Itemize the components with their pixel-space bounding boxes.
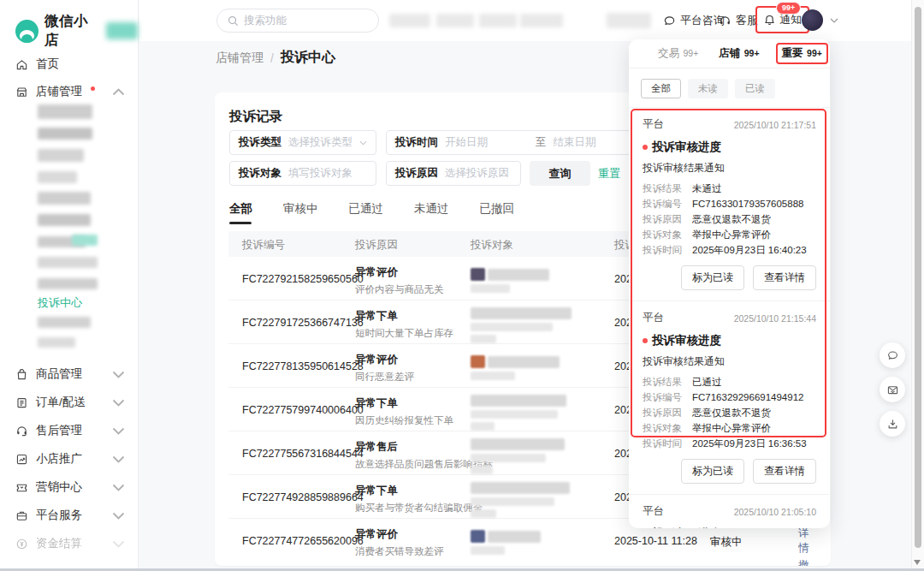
floating-chat-button[interactable] <box>880 342 905 368</box>
mark-read-button[interactable]: 标为已读 <box>681 459 744 484</box>
notif-tab-shop[interactable]: 店铺 99+ <box>719 46 759 61</box>
sidebar-subitem-redacted[interactable] <box>38 128 92 140</box>
customer-service-button[interactable]: 客服 <box>719 0 758 41</box>
sidebar-subitem-redacted[interactable] <box>38 104 92 119</box>
sidebar-item-orders-delivery[interactable]: 订单/配送 <box>0 391 139 413</box>
topnav-item-redacted[interactable] <box>436 14 474 27</box>
home-icon <box>15 58 28 71</box>
sidebar-item-marketing-center[interactable]: 营销中心 <box>0 476 139 498</box>
col-complaint-target: 投诉对象 <box>471 238 513 253</box>
reason-detail: 同行恶意差评 <box>355 371 414 384</box>
sidebar-item-label: 平台服务 <box>36 508 82 523</box>
notif-subtitle: 投诉审核结果通知 <box>643 161 816 175</box>
tab-approved[interactable]: 已通过 <box>349 201 384 224</box>
sidebar-item-complaint-center[interactable]: 投诉中心 <box>38 295 82 311</box>
reason: 异常评价 <box>355 265 444 280</box>
chevron-down-icon <box>112 368 125 381</box>
notification-panel: 交易 99+ 店铺 99+ 重要 99+ ⋯ 全部 未读 已读 平台2025/1… <box>629 39 830 528</box>
sidebar-item-label: 订单/配送 <box>36 395 86 410</box>
sidebar-item-label: 商品管理 <box>36 366 82 382</box>
sidebar-subitem-redacted[interactable] <box>38 192 91 205</box>
chevron-down-icon <box>112 425 125 437</box>
notif-tab-trade[interactable]: 交易 99+ <box>658 46 698 61</box>
notif-source: 平台 <box>643 311 664 325</box>
sidebar-subitem-redacted[interactable] <box>38 214 91 226</box>
bag-icon <box>15 368 28 381</box>
sidebar-item-aftersales[interactable]: 售后管理 <box>0 419 139 442</box>
chevron-down-icon <box>359 140 367 146</box>
chevron-down-icon <box>112 481 125 494</box>
avatar[interactable] <box>802 9 823 31</box>
sidebar-subitem-redacted[interactable] <box>38 337 75 348</box>
filter-placeholder: 选择投诉类型 <box>288 135 352 150</box>
complaint-time-range-picker[interactable]: 投诉时间 开始日期 至 结束日期 <box>386 130 653 155</box>
start-date-placeholder: 开始日期 <box>445 135 488 150</box>
tab-in-review[interactable]: 审核中 <box>283 201 318 224</box>
sidebar-subitem-redacted[interactable] <box>38 278 98 289</box>
notif-tab-important[interactable]: 重要 99+ <box>776 43 828 64</box>
sidebar-subitem-redacted[interactable] <box>38 257 98 268</box>
sidebar-item-label: 店铺管理 <box>36 84 82 99</box>
mark-read-button[interactable]: 标为已读 <box>681 265 744 290</box>
tab-all[interactable]: 全部 <box>229 201 252 224</box>
card-title: 投诉记录 <box>229 108 282 126</box>
topnav-item-redacted[interactable] <box>389 14 430 27</box>
sidebar-subitem-redacted[interactable] <box>38 171 77 183</box>
page-scrollbar[interactable] <box>911 0 924 571</box>
sidebar-item-shop-management[interactable]: 店铺管理 <box>0 80 139 103</box>
sidebar-item-platform-services[interactable]: 平台服务 <box>0 504 139 526</box>
sidebar-item-funds-settlement[interactable]: 资金结算 <box>0 532 139 555</box>
sidebar-subitem-redacted[interactable] <box>38 317 91 328</box>
chevron-down-icon <box>112 396 125 409</box>
revoke-link[interactable]: 撤回 <box>798 558 817 566</box>
notification-card[interactable]: 平台2025/10/10 21:05:10 投诉审核进度 投诉审核结果通知 投诉… <box>629 494 830 528</box>
topnav-item-redacted[interactable] <box>479 14 517 27</box>
notif-fields: 投诉结果未通过 投诉编号FC716330179357605888 投诉原因恶意仅… <box>643 182 816 257</box>
tab-rejected[interactable]: 未通过 <box>414 201 449 224</box>
complaint-target-input[interactable]: 投诉对象 填写投诉对象 <box>229 161 376 186</box>
filter-label: 投诉时间 <box>395 135 438 150</box>
chip-all[interactable]: 全部 <box>641 79 681 98</box>
reason: 异常下单 <box>355 484 483 498</box>
coupon-icon <box>15 481 28 494</box>
chevron-down-icon[interactable] <box>830 18 838 23</box>
breadcrumb-parent[interactable]: 店铺管理 <box>216 51 264 66</box>
topnav-item-redacted[interactable] <box>607 13 651 28</box>
platform-consult-button[interactable]: 平台咨询 <box>663 0 725 41</box>
sidebar-item-store-promotion[interactable]: 小店推广 <box>0 448 139 470</box>
query-button[interactable]: 查询 <box>530 161 590 186</box>
sidebar-item-product-management[interactable]: 商品管理 <box>0 363 139 385</box>
scrollbar-thumb[interactable] <box>915 7 921 548</box>
sidebar: 微信小店 首页 店铺管理 投诉中心 商品管理 <box>0 0 139 571</box>
view-detail-button[interactable]: 查看详情 <box>753 459 816 484</box>
notification-card[interactable]: 平台2025/10/10 21:15:44 投诉审核进度 投诉审核结果通知 投诉… <box>629 300 830 494</box>
reason-detail: 因历史纠纷报复性下单 <box>355 414 453 427</box>
tab-withdrawn[interactable]: 已撤回 <box>480 201 515 224</box>
notif-subtitle: 投诉审核结果通知 <box>643 354 816 369</box>
status-tabs: 全部 审核中 已通过 未通过 已撤回 <box>229 201 514 224</box>
sidebar-item-label: 营销中心 <box>36 479 82 495</box>
complaint-type-select[interactable]: 投诉类型 选择投诉类型 <box>229 130 376 155</box>
view-detail-button[interactable]: 查看详情 <box>753 265 816 290</box>
breadcrumb: 店铺管理 / 投诉中心 <box>216 49 335 67</box>
sidebar-subitem-redacted[interactable] <box>38 149 84 162</box>
status-label: 审核中 <box>710 535 743 550</box>
search-input[interactable]: 搜索功能 <box>216 9 379 33</box>
chip-unread[interactable]: 未读 <box>688 79 728 98</box>
floating-message-button[interactable] <box>880 377 905 402</box>
chevron-down-icon <box>112 538 125 550</box>
sidebar-item-home[interactable]: 首页 <box>0 53 139 75</box>
bell-icon[interactable] <box>763 14 776 27</box>
floating-download-button[interactable] <box>880 411 905 437</box>
reason: 异常下单 <box>355 396 453 411</box>
detail-link[interactable]: 详情 <box>798 526 817 556</box>
complaint-target-redacted <box>471 395 566 431</box>
sidebar-item-label: 资金结算 <box>36 536 82 551</box>
unread-dot <box>643 145 648 150</box>
scrollbar-down-arrow[interactable] <box>914 560 921 565</box>
complaint-reason-select[interactable]: 投诉原因 选择投诉原因 <box>386 161 521 186</box>
reset-button[interactable]: 重置 <box>598 166 620 181</box>
topnav-item-redacted[interactable] <box>520 14 563 27</box>
chip-read[interactable]: 已读 <box>735 79 775 98</box>
notification-card[interactable]: 平台2025/10/10 21:17:51 投诉审核进度 投诉审核结果通知 投诉… <box>629 107 830 300</box>
